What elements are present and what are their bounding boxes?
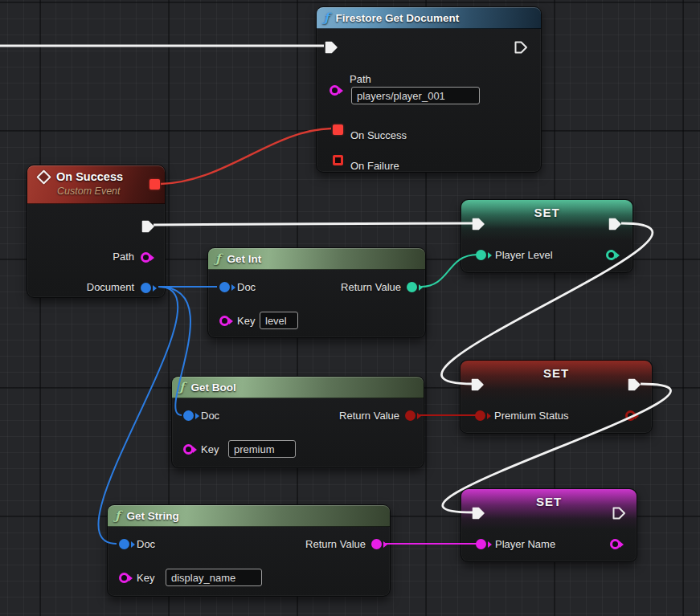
string-pin-path[interactable] — [330, 85, 340, 96]
int-pin-out[interactable] — [606, 250, 616, 260]
bool-pin-return[interactable] — [405, 410, 415, 421]
exec-out-pin[interactable] — [141, 220, 155, 233]
return-value-label: Return Value — [341, 281, 401, 294]
exec-out-pin[interactable] — [612, 507, 626, 520]
function-icon: ƒ — [324, 12, 329, 24]
key-input[interactable] — [260, 312, 298, 329]
node-title: SET — [461, 206, 632, 219]
node-title: Get Int — [227, 253, 261, 265]
doc-pin-label: Doc — [137, 538, 155, 551]
exec-in-pin[interactable] — [472, 218, 485, 230]
exec-in-pin[interactable] — [471, 378, 485, 391]
key-input[interactable] — [166, 569, 262, 586]
variable-label: Premium Status — [494, 410, 568, 422]
node-header[interactable]: ƒ Firestore Get Document — [317, 7, 541, 29]
node-title: Get Bool — [190, 381, 235, 394]
doc-pin-label: Doc — [237, 281, 256, 294]
bool-pin-in[interactable] — [475, 410, 485, 421]
node-get-int[interactable]: ƒ Get Int Doc Return Value Key — [207, 247, 426, 338]
object-pin-doc[interactable] — [119, 539, 129, 549]
node-title: On Success — [56, 170, 123, 183]
variable-label: Player Name — [495, 538, 555, 551]
variable-label: Player Level — [495, 249, 553, 262]
blueprint-graph-canvas[interactable]: { "palette": { "background": "#252629", … — [0, 0, 700, 616]
object-pin-doc[interactable] — [183, 410, 194, 421]
function-icon: ƒ — [115, 510, 120, 522]
on-failure-pin-label: On Failure — [350, 160, 399, 173]
string-pin-out[interactable] — [610, 539, 620, 549]
node-subtitle: Custom Event — [57, 186, 157, 197]
node-header[interactable]: ƒ Get Int — [208, 248, 425, 270]
delegate-pin-on-failure[interactable] — [333, 155, 343, 165]
int-pin-return[interactable] — [407, 282, 417, 292]
node-set-premium-status[interactable]: SET Premium Status — [460, 360, 653, 434]
return-value-label: Return Value — [305, 538, 366, 551]
node-header[interactable]: On Success Custom Event — [27, 165, 165, 204]
node-get-bool[interactable]: ƒ Get Bool Doc Return Value Key — [171, 376, 424, 468]
key-input[interactable] — [228, 440, 296, 458]
node-firestore-get-document[interactable]: ƒ Firestore Get Document Path On Success… — [316, 6, 542, 173]
node-header[interactable]: ƒ Get Bool — [172, 377, 424, 398]
path-input[interactable] — [351, 87, 480, 104]
node-header[interactable]: ƒ Get String — [108, 505, 390, 527]
on-success-pin-label: On Success — [350, 129, 407, 142]
bool-pin-out[interactable] — [625, 410, 636, 421]
key-pin-label: Key — [237, 315, 255, 328]
node-get-string[interactable]: ƒ Get String Doc Return Value Key — [107, 504, 391, 597]
node-set-player-name[interactable]: SET Player Name — [461, 488, 637, 562]
object-pin-document-out[interactable] — [141, 283, 151, 293]
node-title: Get String — [126, 510, 178, 522]
return-value-label: Return Value — [339, 410, 399, 422]
function-icon: ƒ — [215, 253, 220, 265]
delegate-pin-on-success[interactable] — [333, 124, 343, 135]
node-title: Firestore Get Document — [335, 12, 459, 24]
string-pin-key[interactable] — [183, 444, 194, 455]
document-pin-label: Document — [87, 281, 134, 294]
doc-pin-label: Doc — [201, 410, 219, 422]
exec-out-pin[interactable] — [514, 41, 528, 54]
string-pin-in[interactable] — [476, 539, 486, 549]
node-on-success-event[interactable]: On Success Custom Event Path Document — [27, 165, 166, 298]
exec-in-pin[interactable] — [325, 41, 338, 54]
delegate-out-pin[interactable] — [149, 179, 160, 190]
object-pin-doc[interactable] — [219, 282, 230, 292]
string-pin-return[interactable] — [371, 539, 382, 549]
node-title: SET — [461, 366, 652, 380]
key-pin-label: Key — [201, 443, 219, 456]
string-pin-key[interactable] — [119, 573, 129, 583]
key-pin-label: Key — [137, 572, 154, 585]
int-pin-in[interactable] — [476, 250, 486, 260]
string-pin-path-out[interactable] — [141, 252, 151, 263]
node-set-player-level[interactable]: SET Player Level — [461, 199, 633, 273]
wire-exec-event-to-set-level — [154, 223, 473, 225]
path-pin-label: Path — [350, 73, 371, 86]
exec-out-pin[interactable] — [608, 218, 622, 230]
string-pin-key[interactable] — [219, 316, 230, 326]
node-title: SET — [461, 495, 637, 508]
exec-out-pin[interactable] — [628, 378, 641, 391]
exec-in-pin[interactable] — [472, 507, 485, 520]
path-pin-label: Path — [113, 251, 134, 263]
wire-delegate-on-success — [161, 129, 331, 184]
function-icon: ƒ — [179, 381, 184, 394]
event-icon — [36, 169, 51, 184]
